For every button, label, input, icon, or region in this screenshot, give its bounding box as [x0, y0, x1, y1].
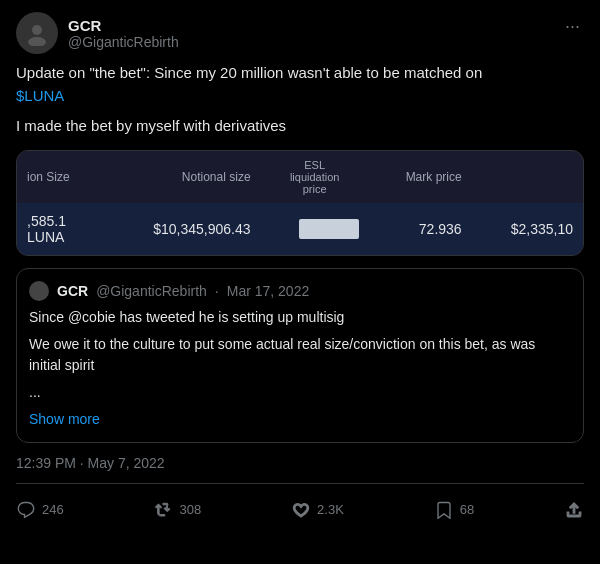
cell-liquidation [261, 203, 369, 255]
show-more-link[interactable]: Show more [29, 411, 100, 427]
like-count: 2.3K [317, 502, 344, 517]
table-embed: ion Size Notional size ESL liquidation p… [16, 150, 584, 256]
quoted-line1: Since @cobie has tweeted he is setting u… [29, 307, 571, 328]
quoted-avatar [29, 281, 49, 301]
reply-icon [16, 500, 36, 520]
svg-point-0 [32, 25, 42, 35]
quoted-tweet-body: Since @cobie has tweeted he is setting u… [29, 307, 571, 430]
quoted-tweet[interactable]: GCR @GiganticRebirth · Mar 17, 2022 Sinc… [16, 268, 584, 443]
tweet-body: Update on "the bet": Since my 20 million… [16, 62, 584, 138]
bookmark-icon [434, 500, 454, 520]
col-header-esl: ESL liquidation price [261, 151, 369, 203]
retweet-count: 308 [180, 502, 202, 517]
like-icon [291, 500, 311, 520]
quoted-line2: We owe it to the culture to put some act… [29, 334, 571, 376]
cell-notional: $10,345,906.43 [102, 203, 261, 255]
cell-value: $2,335,10 [472, 203, 583, 255]
col-header-mark: Mark price [369, 151, 472, 203]
avatar[interactable] [16, 12, 58, 54]
bookmark-action[interactable]: 68 [434, 500, 474, 520]
retweet-icon [154, 500, 174, 520]
col-header-notional: Notional size [102, 151, 261, 203]
quoted-tweet-header: GCR @GiganticRebirth · Mar 17, 2022 [29, 281, 571, 301]
username[interactable]: @GiganticRebirth [68, 34, 179, 50]
quoted-display-name: GCR [57, 283, 88, 299]
display-name[interactable]: GCR [68, 17, 179, 34]
reply-count: 246 [42, 502, 64, 517]
quoted-date: · [215, 283, 219, 299]
user-info: GCR @GiganticRebirth [68, 17, 179, 50]
tweet-text-line1: Update on "the bet": Since my 20 million… [16, 64, 482, 81]
cell-size: ,585.1LUNA [17, 203, 102, 255]
more-options-button[interactable]: ··· [561, 12, 584, 41]
col-header-size: ion Size [17, 151, 102, 203]
tweet-header: GCR @GiganticRebirth ··· [16, 12, 584, 54]
cell-mark: 72.936 [369, 203, 472, 255]
tweet-actions: 246 308 2.3K [16, 496, 584, 524]
quoted-ellipsis: ... [29, 382, 571, 403]
share-icon [564, 500, 584, 520]
svg-point-1 [28, 37, 46, 46]
share-action[interactable] [564, 500, 584, 520]
table-row: ,585.1LUNA $10,345,906.43 72.936 $2,335,… [17, 203, 583, 255]
retweet-action[interactable]: 308 [154, 500, 202, 520]
reply-action[interactable]: 246 [16, 500, 64, 520]
like-action[interactable]: 2.3K [291, 500, 344, 520]
quoted-date-value: Mar 17, 2022 [227, 283, 310, 299]
quoted-username: @GiganticRebirth [96, 283, 207, 299]
tweet-timestamp: 12:39 PM · May 7, 2022 [16, 455, 584, 484]
bookmark-count: 68 [460, 502, 474, 517]
tweet-text-line2: I made the bet by myself with derivative… [16, 115, 584, 138]
luna-hashtag-link[interactable]: $LUNA [16, 87, 64, 104]
